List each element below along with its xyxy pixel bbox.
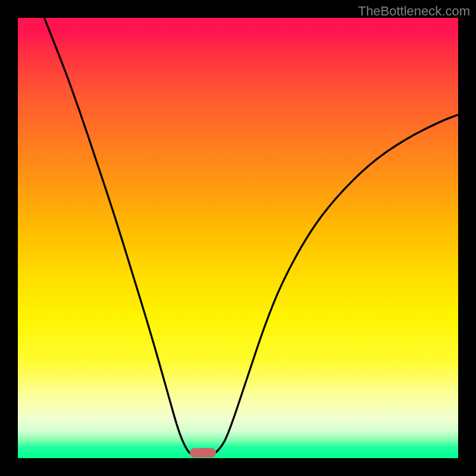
left-curve-path bbox=[44, 18, 194, 456]
bottleneck-marker bbox=[190, 448, 216, 458]
chart-container: TheBottleneck.com bbox=[0, 0, 476, 476]
right-curve-path bbox=[212, 115, 458, 456]
curves-svg bbox=[18, 18, 458, 458]
watermark-text: TheBottleneck.com bbox=[358, 4, 470, 19]
